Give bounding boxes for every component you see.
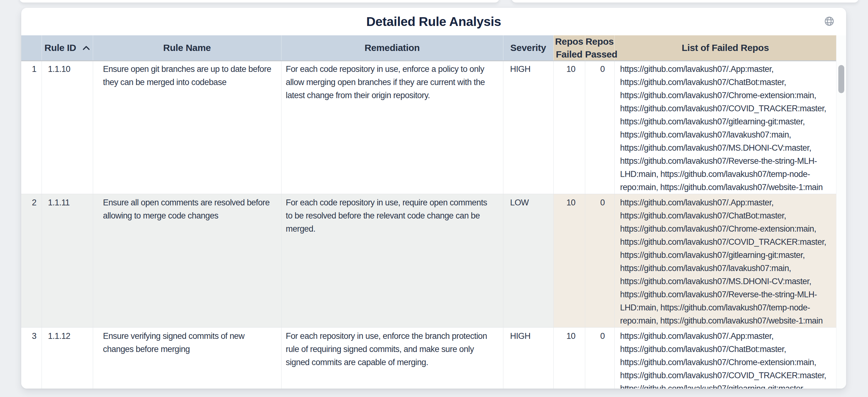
repos-passed-cell: 0: [585, 328, 614, 389]
remediation-cell: For each repository in use, enforce the …: [281, 328, 503, 389]
column-header-repos-passed[interactable]: Repos Passed: [585, 35, 614, 61]
table-header-row: Rule ID Rule Name Remediation Severity R…: [21, 35, 836, 61]
failed-repos-cell: https://github.com/lavakush07/.App:maste…: [614, 61, 836, 194]
remediation-cell: For each code repository in use, enforce…: [281, 61, 503, 194]
globe-icon: [824, 16, 835, 27]
remediation-cell: For each code repository in use, require…: [281, 194, 503, 328]
rule-name-cell: Ensure verifying signed commits of new c…: [93, 328, 281, 389]
scrollbar-thumb[interactable]: [838, 65, 844, 93]
table-row: 3 1.1.12 Ensure verifying signed commits…: [21, 328, 836, 389]
header-divider: [21, 60, 846, 61]
detailed-rules-table: Rule ID Rule Name Remediation Severity R…: [21, 35, 836, 389]
column-header-repos-failed[interactable]: Repos Failed: [553, 35, 585, 61]
sort-ascending-icon: [83, 45, 90, 50]
column-header-rule-name[interactable]: Rule Name: [93, 35, 281, 61]
repos-passed-cell: 0: [585, 61, 614, 194]
table-body: 1 1.1.10 Ensure open git branches are up…: [21, 61, 836, 389]
repos-failed-cell: 10: [553, 328, 585, 389]
row-index: 1: [21, 61, 41, 194]
table-row: 1 1.1.10 Ensure open git branches are up…: [21, 61, 836, 194]
column-header-remediation[interactable]: Remediation: [281, 35, 503, 61]
rule-id-cell: 1.1.11: [41, 194, 93, 328]
repos-failed-cell: 10: [553, 194, 585, 328]
failed-repos-cell: https://github.com/lavakush07/.App:maste…: [614, 194, 836, 328]
page-title: Detailed Rule Analysis: [366, 14, 501, 29]
column-header-index: [21, 35, 41, 61]
rule-id-cell: 1.1.10: [41, 61, 93, 194]
rule-name-cell: Ensure open git branches are up to date …: [93, 61, 281, 194]
column-header-rule-id[interactable]: Rule ID: [41, 35, 93, 61]
failed-repos-cell: https://github.com/lavakush07/.App:maste…: [614, 328, 836, 389]
top-card-left: [19, 0, 499, 2]
severity-cell: LOW: [503, 194, 553, 328]
detailed-rule-analysis-card: Detailed Rule Analysis Rule ID: [21, 8, 846, 389]
table-row: 2 1.1.11 Ensure all open comments are re…: [21, 194, 836, 328]
vertical-scrollbar[interactable]: [836, 35, 846, 389]
repos-passed-cell: 0: [585, 194, 614, 328]
rule-name-cell: Ensure all open comments are resolved be…: [93, 194, 281, 328]
row-index: 3: [21, 328, 41, 389]
severity-cell: HIGH: [503, 328, 553, 389]
globe-button[interactable]: [824, 16, 835, 27]
rule-id-header-label: Rule ID: [44, 42, 76, 53]
row-index: 2: [21, 194, 41, 328]
severity-cell: HIGH: [503, 61, 553, 194]
column-header-failed-repos-list[interactable]: List of Failed Repos: [614, 35, 836, 61]
top-card-right: [512, 0, 859, 2]
repos-failed-cell: 10: [553, 61, 585, 194]
column-header-severity[interactable]: Severity: [503, 35, 553, 61]
card-header: Detailed Rule Analysis: [21, 8, 846, 35]
rules-table-area: Rule ID Rule Name Remediation Severity R…: [21, 35, 836, 389]
rule-id-cell: 1.1.12: [41, 328, 93, 389]
